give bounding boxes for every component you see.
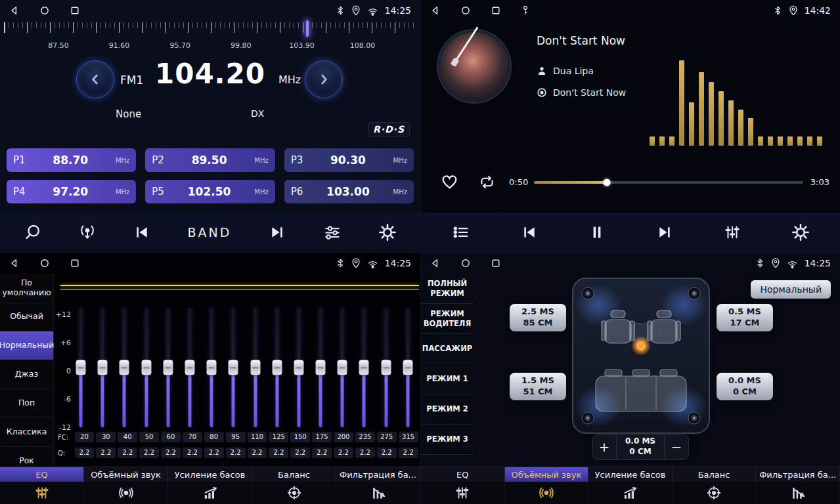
back-icon[interactable] (430, 5, 441, 16)
sound-mode-item[interactable]: РЕЖИМ ВОДИТЕЛЯ (421, 304, 474, 334)
eq-band-slider[interactable] (379, 308, 393, 427)
home-icon[interactable] (460, 5, 471, 16)
eq-preset-item[interactable]: Классика (0, 418, 53, 447)
bottom-tab[interactable]: EQ (0, 467, 84, 482)
eq-slider-handle[interactable] (141, 360, 151, 375)
eq-slider-handle[interactable] (207, 360, 217, 375)
eq-band-slider[interactable] (226, 308, 240, 427)
band-button[interactable]: BAND (188, 225, 232, 240)
eq-band-slider[interactable] (161, 308, 175, 427)
mixer-icon[interactable] (724, 224, 741, 240)
scan-stations-icon[interactable] (24, 224, 41, 241)
bottom-tab[interactable]: Фильтрация ба... (336, 467, 420, 482)
back-icon[interactable] (9, 5, 20, 16)
delay-front-right-button[interactable]: 0.5 MS 17 CM (717, 304, 773, 331)
recents-icon[interactable] (491, 258, 501, 268)
eq-tab-icon[interactable] (421, 482, 505, 504)
progress-bar[interactable] (534, 181, 803, 184)
radio-preset-button[interactable]: P2 89.50 MHz (145, 148, 275, 172)
eq-preset-item[interactable]: Джаз (0, 360, 53, 389)
eq-slider-handle[interactable] (338, 360, 347, 375)
eq-preset-item[interactable]: Обычай (0, 303, 53, 331)
recents-icon[interactable] (491, 5, 501, 16)
eq-band-slider[interactable] (313, 308, 328, 427)
delay-rear-left-button[interactable]: 1.5 MS 51 CM (510, 373, 566, 400)
sound-mode-item[interactable]: РЕЖИМ 2 (421, 394, 474, 425)
seek-up-button[interactable] (305, 60, 343, 98)
filter-tab-icon[interactable] (336, 482, 420, 504)
eq-slider-handle[interactable] (229, 360, 238, 375)
eq-band-slider[interactable] (183, 308, 197, 427)
bass-boost-tab-icon[interactable] (588, 482, 673, 504)
settings-gear-icon[interactable] (792, 224, 809, 241)
favorite-heart-icon[interactable] (441, 173, 458, 190)
tuning-indicator[interactable] (306, 20, 309, 37)
eq-band-slider[interactable] (117, 308, 131, 427)
radio-preset-button[interactable]: P6 103.00 MHz (284, 180, 414, 203)
eq-band-slider[interactable] (292, 308, 306, 427)
balance-tab-icon[interactable] (252, 482, 336, 504)
equalizer-icon[interactable] (323, 224, 342, 240)
next-track-icon[interactable] (656, 224, 673, 240)
bass-boost-tab-icon[interactable] (168, 482, 252, 504)
eq-band-slider[interactable] (270, 308, 284, 427)
eq-slider-handle[interactable] (185, 360, 194, 375)
eq-band-slider[interactable] (401, 308, 415, 427)
bottom-tab[interactable]: EQ (421, 467, 505, 482)
bottom-tab[interactable]: Объёмный звук (505, 467, 589, 482)
sound-mode-item[interactable]: ПАССАЖИР (421, 334, 474, 364)
radio-preset-button[interactable]: P1 88.70 MHz (7, 148, 136, 172)
pause-icon[interactable] (589, 224, 605, 240)
home-icon[interactable] (39, 5, 50, 16)
bottom-tab[interactable]: Усиление басов (588, 467, 673, 482)
eq-slider-handle[interactable] (272, 360, 282, 375)
balance-tab-icon[interactable] (673, 482, 757, 504)
eq-preset-item[interactable]: По умолчанию (0, 274, 53, 303)
eq-slider-handle[interactable] (76, 360, 86, 375)
previous-track-icon[interactable] (133, 224, 150, 240)
filter-tab-icon[interactable] (756, 482, 840, 504)
next-track-icon[interactable] (269, 224, 286, 240)
eq-slider-handle[interactable] (403, 360, 412, 375)
eq-slider-handle[interactable] (316, 360, 326, 375)
repeat-icon[interactable] (477, 175, 497, 190)
home-icon[interactable] (39, 258, 50, 268)
eq-band-slider[interactable] (95, 308, 110, 427)
sound-mode-item[interactable]: РЕЖИМ 3 (421, 425, 474, 455)
bottom-tab[interactable]: Баланс (252, 467, 336, 482)
bottom-tab[interactable]: Баланс (673, 467, 757, 482)
home-icon[interactable] (460, 258, 471, 268)
eq-preset-item[interactable]: Поп (0, 389, 53, 418)
back-icon[interactable] (430, 258, 441, 268)
delay-decrease-button[interactable]: − (665, 434, 688, 459)
radio-preset-button[interactable]: P5 102.50 MHz (145, 180, 275, 203)
eq-tab-icon[interactable] (0, 482, 84, 504)
sound-mode-item[interactable]: РЕЖИМ 1 (421, 364, 474, 394)
radio-preset-button[interactable]: P4 97.20 MHz (7, 180, 136, 203)
eq-band-slider[interactable] (335, 308, 349, 427)
eq-slider-handle[interactable] (163, 360, 173, 375)
sound-mode-item[interactable]: ПОЛНЫЙ РЕЖИМ (421, 274, 474, 304)
bottom-tab[interactable]: Объёмный звук (84, 467, 168, 482)
delay-rear-right-button[interactable]: 0.0 MS 0 CM (717, 373, 773, 400)
surround-tab-icon[interactable] (84, 482, 168, 504)
eq-slider-handle[interactable] (98, 360, 108, 375)
sound-profile-button[interactable]: Нормальный (751, 280, 831, 299)
radio-preset-button[interactable]: P3 90.30 MHz (284, 148, 414, 172)
progress-knob[interactable] (603, 179, 610, 186)
eq-band-slider[interactable] (204, 308, 219, 427)
bottom-tab[interactable]: Усиление басов (168, 467, 252, 482)
eq-band-slider[interactable] (357, 308, 371, 427)
eq-band-slider[interactable] (74, 308, 88, 427)
recents-icon[interactable] (70, 258, 80, 268)
delay-front-left-button[interactable]: 2.5 MS 85 CM (510, 304, 566, 331)
eq-band-slider[interactable] (139, 308, 154, 427)
surround-tab-icon[interactable] (505, 482, 589, 504)
eq-slider-handle[interactable] (381, 360, 391, 375)
eq-slider-handle[interactable] (120, 360, 129, 375)
bottom-tab[interactable]: Фильтрация ба... (756, 467, 840, 482)
eq-slider-handle[interactable] (294, 360, 303, 375)
delay-increase-button[interactable]: + (592, 434, 616, 459)
back-icon[interactable] (9, 258, 20, 268)
previous-track-icon[interactable] (521, 224, 538, 240)
